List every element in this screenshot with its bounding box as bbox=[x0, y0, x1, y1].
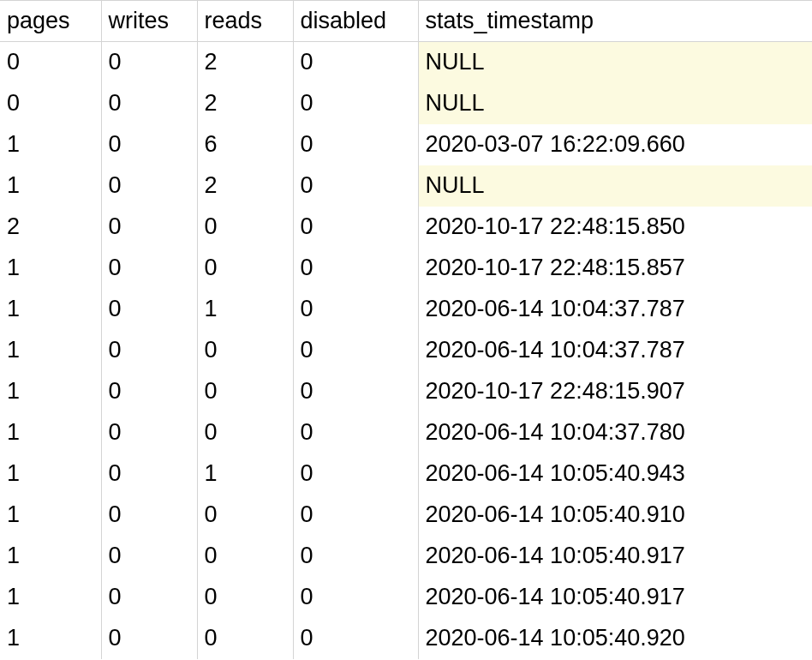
cell-stats_timestamp[interactable]: 2020-06-14 10:05:40.943 bbox=[418, 453, 812, 495]
table-row[interactable]: 10002020-10-17 22:48:15.857 bbox=[0, 248, 812, 289]
cell-disabled[interactable]: 0 bbox=[293, 83, 418, 124]
cell-pages[interactable]: 0 bbox=[0, 83, 101, 124]
cell-writes[interactable]: 0 bbox=[101, 42, 197, 83]
col-header-pages[interactable]: pages bbox=[0, 1, 101, 42]
cell-disabled[interactable]: 0 bbox=[293, 124, 418, 165]
cell-reads[interactable]: 0 bbox=[197, 495, 293, 536]
cell-stats_timestamp[interactable]: 2020-06-14 10:05:40.920 bbox=[418, 618, 812, 659]
cell-pages[interactable]: 1 bbox=[0, 124, 101, 165]
cell-stats_timestamp[interactable]: 2020-03-07 16:22:09.660 bbox=[418, 124, 812, 165]
cell-stats_timestamp[interactable]: NULL bbox=[418, 165, 812, 207]
table-row[interactable]: 10002020-06-14 10:05:40.917 bbox=[0, 577, 812, 618]
cell-writes[interactable]: 0 bbox=[101, 165, 197, 207]
cell-pages[interactable]: 1 bbox=[0, 536, 101, 577]
cell-stats_timestamp[interactable]: NULL bbox=[418, 83, 812, 124]
header-row: pages writes reads disabled stats_timest… bbox=[0, 1, 812, 42]
cell-writes[interactable]: 0 bbox=[101, 207, 197, 248]
table-body: 0020NULL0020NULL10602020-03-07 16:22:09.… bbox=[0, 42, 812, 659]
cell-writes[interactable]: 0 bbox=[101, 83, 197, 124]
cell-reads[interactable]: 0 bbox=[197, 618, 293, 659]
table-row[interactable]: 10002020-10-17 22:48:15.907 bbox=[0, 371, 812, 412]
table-row[interactable]: 10002020-06-14 10:04:37.787 bbox=[0, 330, 812, 371]
cell-pages[interactable]: 1 bbox=[0, 248, 101, 289]
col-header-writes[interactable]: writes bbox=[101, 1, 197, 42]
cell-reads[interactable]: 1 bbox=[197, 289, 293, 330]
cell-writes[interactable]: 0 bbox=[101, 495, 197, 536]
cell-pages[interactable]: 1 bbox=[0, 165, 101, 207]
cell-stats_timestamp[interactable]: 2020-10-17 22:48:15.857 bbox=[418, 248, 812, 289]
cell-disabled[interactable]: 0 bbox=[293, 412, 418, 453]
cell-disabled[interactable]: 0 bbox=[293, 453, 418, 495]
col-header-reads[interactable]: reads bbox=[197, 1, 293, 42]
cell-reads[interactable]: 0 bbox=[197, 248, 293, 289]
cell-reads[interactable]: 0 bbox=[197, 536, 293, 577]
cell-stats_timestamp[interactable]: 2020-06-14 10:04:37.780 bbox=[418, 412, 812, 453]
table-row[interactable]: 10002020-06-14 10:05:40.910 bbox=[0, 495, 812, 536]
cell-pages[interactable]: 1 bbox=[0, 289, 101, 330]
cell-writes[interactable]: 0 bbox=[101, 330, 197, 371]
cell-pages[interactable]: 1 bbox=[0, 453, 101, 495]
cell-pages[interactable]: 1 bbox=[0, 618, 101, 659]
cell-disabled[interactable]: 0 bbox=[293, 289, 418, 330]
cell-stats_timestamp[interactable]: 2020-06-14 10:05:40.917 bbox=[418, 577, 812, 618]
cell-reads[interactable]: 6 bbox=[197, 124, 293, 165]
table-row[interactable]: 20002020-10-17 22:48:15.850 bbox=[0, 207, 812, 248]
cell-writes[interactable]: 0 bbox=[101, 618, 197, 659]
cell-disabled[interactable]: 0 bbox=[293, 207, 418, 248]
cell-reads[interactable]: 1 bbox=[197, 453, 293, 495]
table-row[interactable]: 10102020-06-14 10:04:37.787 bbox=[0, 289, 812, 330]
table-row[interactable]: 0020NULL bbox=[0, 83, 812, 124]
cell-disabled[interactable]: 0 bbox=[293, 165, 418, 207]
cell-stats_timestamp[interactable]: 2020-06-14 10:04:37.787 bbox=[418, 289, 812, 330]
cell-writes[interactable]: 0 bbox=[101, 289, 197, 330]
result-grid[interactable]: pages writes reads disabled stats_timest… bbox=[0, 0, 812, 659]
cell-reads[interactable]: 0 bbox=[197, 371, 293, 412]
cell-writes[interactable]: 0 bbox=[101, 248, 197, 289]
table-row[interactable]: 10602020-03-07 16:22:09.660 bbox=[0, 124, 812, 165]
cell-pages[interactable]: 1 bbox=[0, 577, 101, 618]
cell-pages[interactable]: 1 bbox=[0, 330, 101, 371]
cell-reads[interactable]: 2 bbox=[197, 42, 293, 83]
cell-disabled[interactable]: 0 bbox=[293, 330, 418, 371]
cell-stats_timestamp[interactable]: 2020-10-17 22:48:15.850 bbox=[418, 207, 812, 248]
cell-writes[interactable]: 0 bbox=[101, 536, 197, 577]
cell-reads[interactable]: 0 bbox=[197, 412, 293, 453]
cell-reads[interactable]: 0 bbox=[197, 577, 293, 618]
cell-disabled[interactable]: 0 bbox=[293, 248, 418, 289]
cell-disabled[interactable]: 0 bbox=[293, 371, 418, 412]
cell-disabled[interactable]: 0 bbox=[293, 536, 418, 577]
col-header-disabled[interactable]: disabled bbox=[293, 1, 418, 42]
cell-pages[interactable]: 0 bbox=[0, 42, 101, 83]
table-row[interactable]: 1020NULL bbox=[0, 165, 812, 207]
cell-stats_timestamp[interactable]: 2020-10-17 22:48:15.907 bbox=[418, 371, 812, 412]
cell-stats_timestamp[interactable]: 2020-06-14 10:04:37.787 bbox=[418, 330, 812, 371]
cell-reads[interactable]: 2 bbox=[197, 165, 293, 207]
cell-writes[interactable]: 0 bbox=[101, 453, 197, 495]
cell-stats_timestamp[interactable]: NULL bbox=[418, 42, 812, 83]
cell-pages[interactable]: 1 bbox=[0, 495, 101, 536]
cell-reads[interactable]: 0 bbox=[197, 207, 293, 248]
cell-pages[interactable]: 1 bbox=[0, 412, 101, 453]
cell-stats_timestamp[interactable]: 2020-06-14 10:05:40.917 bbox=[418, 536, 812, 577]
table-row[interactable]: 10002020-06-14 10:04:37.780 bbox=[0, 412, 812, 453]
cell-writes[interactable]: 0 bbox=[101, 124, 197, 165]
cell-disabled[interactable]: 0 bbox=[293, 42, 418, 83]
table-row[interactable]: 10002020-06-14 10:05:40.920 bbox=[0, 618, 812, 659]
cell-writes[interactable]: 0 bbox=[101, 412, 197, 453]
cell-pages[interactable]: 1 bbox=[0, 371, 101, 412]
table-row[interactable]: 10002020-06-14 10:05:40.917 bbox=[0, 536, 812, 577]
cell-disabled[interactable]: 0 bbox=[293, 618, 418, 659]
cell-disabled[interactable]: 0 bbox=[293, 495, 418, 536]
cell-pages[interactable]: 2 bbox=[0, 207, 101, 248]
table-row[interactable]: 10102020-06-14 10:05:40.943 bbox=[0, 453, 812, 495]
cell-reads[interactable]: 2 bbox=[197, 83, 293, 124]
cell-reads[interactable]: 0 bbox=[197, 330, 293, 371]
col-header-stats-timestamp[interactable]: stats_timestamp bbox=[418, 1, 812, 42]
cell-stats_timestamp[interactable]: 2020-06-14 10:05:40.910 bbox=[418, 495, 812, 536]
table-row[interactable]: 0020NULL bbox=[0, 42, 812, 83]
cell-writes[interactable]: 0 bbox=[101, 371, 197, 412]
cell-disabled[interactable]: 0 bbox=[293, 577, 418, 618]
cell-writes[interactable]: 0 bbox=[101, 577, 197, 618]
